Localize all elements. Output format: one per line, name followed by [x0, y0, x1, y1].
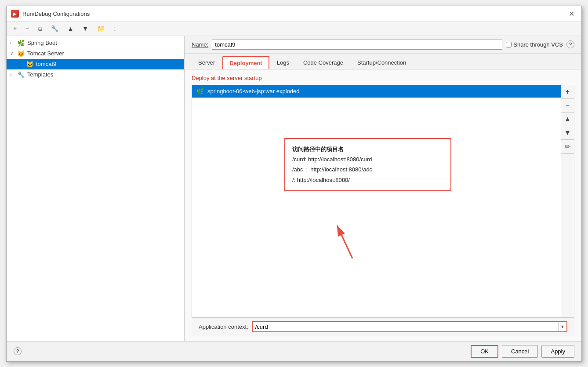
move-deploy-down-button[interactable]: ▼ — [561, 126, 574, 140]
sidebar-item-spring-boot[interactable]: › 🌿 Spring Boot — [7, 38, 184, 48]
apply-button[interactable]: Apply — [541, 345, 574, 358]
bottom-bar: ? OK Cancel Apply — [7, 341, 581, 361]
templates-label: Templates — [27, 71, 53, 78]
side-buttons: + − ▲ ▼ ✏ — [561, 85, 574, 317]
spring-boot-label: Spring Boot — [27, 40, 57, 46]
dialog-title: Run/Debug Configurations — [22, 11, 90, 17]
main-panel: Name: Share through VCS ? Server Deploym… — [185, 36, 581, 341]
edit-deploy-button[interactable]: ✏ — [561, 140, 574, 154]
annotation-box: 访问路径中的项目名 /curd: http://localhost:8080/c… — [284, 138, 451, 192]
tomcat-server-icon: 🐱 — [17, 50, 25, 57]
deploy-item-label: springboot-06-web-jsp:war exploded — [207, 88, 300, 94]
ok-button[interactable]: OK — [471, 345, 498, 358]
app-context-dropdown-button[interactable]: ▾ — [558, 322, 566, 331]
name-row: Name: Share through VCS ? — [185, 36, 581, 54]
tomcat9-icon: 🐱 — [26, 61, 33, 68]
help-button-bottom[interactable]: ? — [14, 347, 22, 355]
toolbar: + − ⧉ 🔧 ▲ ▼ 📁 ↕ — [7, 22, 581, 36]
tab-server[interactable]: Server — [192, 56, 221, 69]
tomcat-server-label: Tomcat Server — [27, 50, 64, 57]
remove-deploy-button[interactable]: − — [561, 99, 574, 113]
arrow-annotation — [328, 219, 359, 264]
tab-deployment[interactable]: Deployment — [222, 56, 269, 69]
annotation-line-3: /: http://localhost:8080/ — [292, 175, 443, 185]
sidebar-item-tomcat9[interactable]: 🐱 tomcat9 — [7, 59, 184, 69]
remove-config-button[interactable]: − — [22, 24, 32, 33]
tomcat9-label: tomcat9 — [36, 61, 56, 67]
cancel-button[interactable]: Cancel — [502, 345, 538, 358]
move-up-button[interactable]: ▲ — [64, 24, 76, 33]
sort-button[interactable]: ↕ — [110, 24, 120, 33]
share-vcs-checkbox[interactable] — [506, 42, 512, 47]
dialog-icon: ▶ — [11, 10, 19, 18]
add-deploy-button[interactable]: + — [561, 85, 574, 99]
folder-button[interactable]: 📁 — [94, 24, 108, 33]
deploy-list-inner: 🌿 springboot-06-web-jsp:war exploded 访问路… — [192, 85, 574, 317]
bottom-right: OK Cancel Apply — [471, 345, 574, 358]
spring-boot-icon: 🌿 — [17, 40, 25, 47]
annotation-title: 访问路径中的项目名 — [292, 144, 443, 154]
annotation-line-2: /abc： http://localhost:8080/adc — [292, 164, 443, 174]
copy-config-button[interactable]: ⧉ — [35, 24, 45, 34]
spring-boot-arrow: › — [10, 40, 15, 45]
deploy-panel: Deploy at the server startup 🌿 springboo… — [185, 69, 581, 341]
content-area: › 🌿 Spring Boot ∨ 🐱 Tomcat Server 🐱 tomc… — [7, 36, 581, 341]
app-context-input-wrapper: ▾ — [252, 321, 567, 332]
title-bar: ▶ Run/Debug Configurations ✕ — [7, 6, 581, 22]
tab-code-coverage[interactable]: Code Coverage — [297, 56, 350, 69]
sidebar: › 🌿 Spring Boot ∨ 🐱 Tomcat Server 🐱 tomc… — [7, 36, 185, 341]
title-bar-left: ▶ Run/Debug Configurations — [11, 10, 90, 18]
move-deploy-up-button[interactable]: ▲ — [561, 113, 574, 126]
wrench-button[interactable]: 🔧 — [48, 24, 62, 33]
templates-arrow: › — [10, 72, 15, 77]
tabs-bar: Server Deployment Logs Code Coverage Sta… — [185, 54, 581, 69]
add-config-button[interactable]: + — [10, 24, 20, 33]
name-input[interactable] — [212, 40, 502, 50]
move-down-button[interactable]: ▼ — [79, 24, 91, 33]
app-context-row: Application context: ▾ — [192, 317, 574, 336]
sidebar-item-templates[interactable]: › 🔧 Templates — [7, 69, 184, 80]
close-button[interactable]: ✕ — [566, 9, 577, 19]
annotation-line-1: /curd: http://localhost:8080/curd — [292, 154, 443, 164]
share-vcs-label: Share through VCS — [513, 41, 563, 48]
svg-line-1 — [337, 225, 352, 258]
help-button-top[interactable]: ? — [566, 40, 574, 48]
tab-startup-connection[interactable]: Startup/Connection — [351, 56, 413, 69]
deploy-list-item[interactable]: 🌿 springboot-06-web-jsp:war exploded — [192, 85, 574, 98]
app-context-label: Application context: — [199, 323, 248, 330]
deploy-item-icon: 🌿 — [196, 88, 204, 95]
templates-icon: 🔧 — [17, 71, 25, 78]
red-arrow-icon — [328, 219, 359, 263]
tomcat-server-arrow: ∨ — [10, 51, 15, 56]
app-context-input[interactable] — [253, 322, 558, 331]
deploy-list-area: 🌿 springboot-06-web-jsp:war exploded 访问路… — [192, 85, 574, 317]
share-vcs-group: Share through VCS — [506, 41, 563, 48]
run-debug-dialog: ▶ Run/Debug Configurations ✕ + − ⧉ 🔧 ▲ ▼… — [6, 6, 582, 362]
bottom-left: ? — [14, 347, 22, 355]
tab-logs[interactable]: Logs — [270, 56, 296, 69]
tomcat9-arrow — [19, 62, 24, 66]
name-label: Name: — [192, 41, 208, 48]
deploy-section-label: Deploy at the server startup — [192, 75, 574, 81]
sidebar-item-tomcat-server[interactable]: ∨ 🐱 Tomcat Server — [7, 48, 184, 59]
